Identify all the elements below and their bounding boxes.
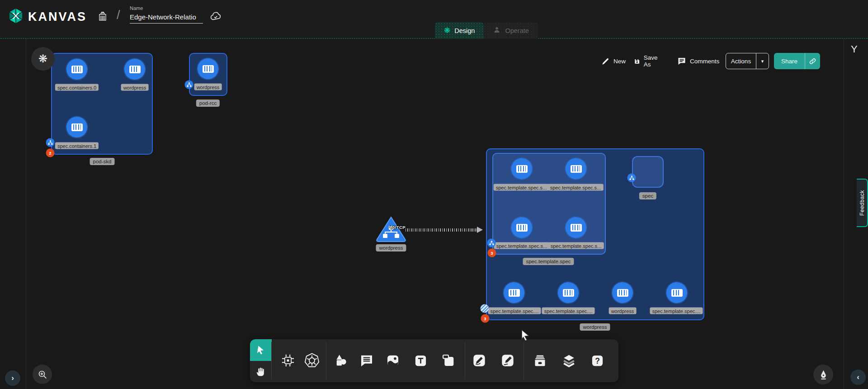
feedback-tab[interactable]: Feedback [857, 179, 868, 227]
organization-building-icon[interactable] [97, 10, 108, 24]
spec-node[interactable] [632, 156, 664, 188]
pencil-scribble-icon [500, 353, 515, 368]
error-count-badge[interactable]: 2 [46, 149, 55, 157]
meshery-spiral-button[interactable]: ❋ [31, 47, 55, 71]
container-node[interactable] [566, 217, 586, 238]
container-node[interactable] [666, 282, 687, 303]
node-label: spec.template.spec.s... [494, 184, 549, 191]
node-label: wordpress [376, 244, 406, 251]
group-label: pod-skd [90, 158, 115, 165]
pen-nib-icon [818, 369, 829, 380]
node-label: spec.template.spec.s... [548, 242, 604, 249]
cloud-sync-icon[interactable] [209, 10, 222, 24]
image-tool-button[interactable] [382, 350, 404, 371]
share-label: Share [774, 58, 805, 65]
node-label: wordpress [194, 84, 222, 90]
hand-icon [255, 366, 267, 378]
container-node[interactable] [566, 158, 586, 179]
container-node[interactable] [66, 117, 87, 138]
pan-tool-button[interactable] [250, 361, 272, 382]
container-node[interactable] [558, 282, 579, 303]
kubernetes-tool-button[interactable] [301, 350, 323, 371]
save-as-label: Save As [644, 54, 660, 68]
actions-button[interactable]: Actions ▾ [726, 53, 769, 69]
shapes-tool-button[interactable] [330, 350, 352, 371]
toolbar-divider [524, 342, 524, 380]
error-count-badge[interactable]: 3 [488, 249, 496, 257]
container-icon [71, 66, 83, 73]
drawing-mode-button[interactable] [813, 365, 833, 384]
node-label: spec.template.spec.... [650, 308, 703, 314]
copy-link-icon[interactable] [805, 53, 820, 69]
pen-tool-button[interactable] [468, 350, 490, 371]
container-node[interactable] [124, 59, 145, 80]
component-tool-button[interactable] [277, 350, 299, 371]
logo-text: KANVAS [28, 10, 87, 24]
kanvas-app: KANVAS / Name Edge-Network-Relatio ❋ Des… [0, 0, 868, 389]
new-button[interactable]: New [601, 53, 626, 69]
pod-relationship-badge[interactable] [627, 174, 636, 182]
container-node[interactable] [504, 282, 524, 303]
chevron-left-icon: ‹ [857, 373, 859, 382]
edge-arrowhead [477, 227, 483, 233]
pod-relationship-badge[interactable] [185, 81, 193, 89]
container-icon [129, 66, 141, 73]
pencil-icon [601, 57, 610, 66]
error-count-badge[interactable]: 3 [481, 314, 490, 323]
mouse-cursor [520, 329, 532, 343]
sketch-tool-button[interactable] [497, 350, 519, 371]
drawer-tool-button[interactable] [529, 350, 551, 371]
node-label: spec.template.spec.s... [494, 242, 550, 249]
container-icon [509, 289, 520, 297]
comments-button[interactable]: Comments [677, 53, 719, 69]
container-node[interactable] [66, 59, 87, 80]
container-node[interactable] [612, 282, 633, 303]
expand-right-panel-button[interactable]: ‹ [850, 370, 866, 385]
container-icon [617, 289, 628, 297]
zoom-button[interactable] [33, 365, 52, 384]
select-tool-button[interactable] [250, 339, 272, 361]
note-tool-button[interactable] [438, 350, 459, 371]
cursor-icon [255, 345, 266, 356]
design-spiral-icon: ❋ [444, 27, 450, 34]
comment-tool-button[interactable] [356, 350, 377, 371]
left-panel-divider [26, 39, 26, 389]
node-label: spec.containers.1 [55, 142, 99, 149]
node-label: spec.template.spec.... [542, 308, 595, 314]
toolbar-divider [271, 342, 272, 380]
layers-tool-button[interactable] [558, 350, 580, 371]
service-node[interactable] [375, 216, 407, 245]
actions-dropdown-caret[interactable]: ▾ [756, 53, 769, 69]
design-name-input[interactable]: Edge-Network-Relatio [130, 13, 203, 24]
design-name-label: Name [130, 5, 203, 11]
design-name-field[interactable]: Name Edge-Network-Relatio [130, 5, 203, 24]
actions-label: Actions [726, 58, 756, 65]
toolbar-divider [326, 342, 326, 380]
share-button[interactable]: Share [774, 53, 820, 69]
deployment-relationship-badge[interactable] [481, 304, 489, 313]
container-icon [671, 289, 683, 297]
kubernetes-icon [304, 352, 320, 369]
new-label: New [613, 58, 626, 65]
group-label: pod-rcc [196, 100, 220, 107]
node-label: wordpress [609, 308, 637, 314]
tab-design[interactable]: ❋ Design [435, 22, 484, 39]
floppy-icon [634, 57, 640, 66]
help-tool-button[interactable]: ? [586, 350, 608, 371]
pod-relationship-badge[interactable] [487, 239, 496, 247]
tab-operate[interactable]: Operate [484, 22, 538, 39]
save-as-button[interactable]: Save As [634, 53, 660, 69]
shapes-icon [334, 353, 348, 368]
pod-relationship-badge[interactable] [46, 138, 55, 147]
drawer-icon [533, 353, 547, 368]
kanvas-logo[interactable]: KANVAS [7, 7, 87, 26]
text-tool-button[interactable] [410, 350, 431, 371]
service-edge [406, 228, 478, 232]
container-node[interactable] [511, 217, 532, 238]
container-node[interactable] [511, 158, 532, 179]
comment-icon [359, 353, 374, 368]
container-icon [516, 165, 528, 173]
expand-left-panel-button[interactable]: › [5, 370, 20, 386]
template-spec-group[interactable] [492, 153, 606, 255]
container-node[interactable] [198, 58, 218, 79]
